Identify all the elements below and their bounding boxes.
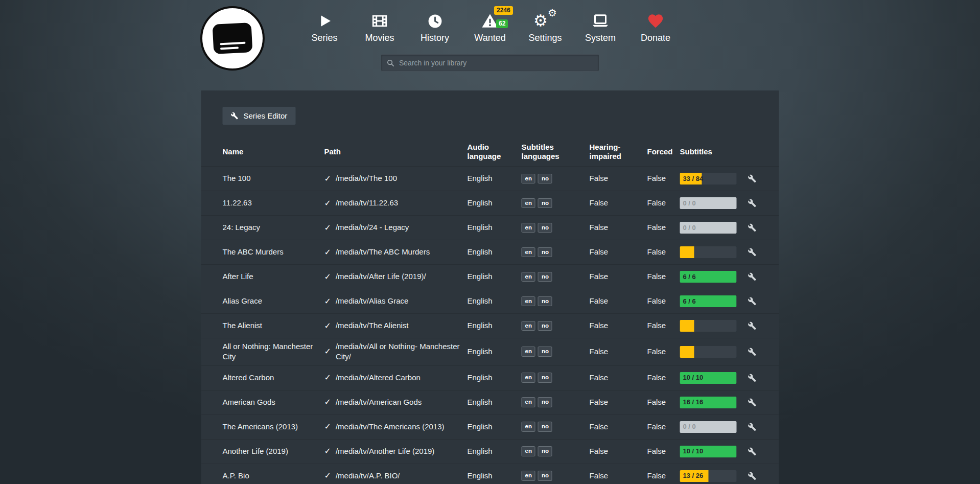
search-input[interactable]	[399, 55, 599, 71]
subtitles-progress-label: 16 / 16	[683, 398, 704, 407]
forced-value: False	[647, 468, 680, 484]
subtitles-progress-label: 13 / 26	[683, 471, 704, 480]
forced-value: False	[647, 195, 680, 211]
clock-icon	[427, 11, 443, 31]
audio-language: English	[468, 394, 522, 410]
check-icon: ✓	[324, 271, 331, 283]
audio-language: English	[468, 195, 522, 211]
subtitles-progress-label: 33 / 84	[683, 174, 704, 183]
row-actions	[748, 294, 761, 309]
search-box[interactable]	[381, 54, 599, 72]
edit-series-button[interactable]	[748, 248, 757, 257]
nav-item-donate[interactable]: Donate	[628, 11, 683, 43]
hearing-impaired-value: False	[590, 268, 647, 285]
series-name: The Alienist	[223, 317, 324, 334]
language-badge: no	[538, 422, 552, 432]
subtitles-progress-label: 0 / 0	[683, 223, 696, 233]
audio-language: English	[468, 419, 522, 435]
nav-item-movies[interactable]: Movies	[352, 11, 407, 43]
language-badge: no	[538, 373, 552, 383]
table-row: All or Nothing: Manchester City✓/media/t…	[201, 338, 779, 366]
series-editor-button[interactable]: Series Editor	[223, 107, 296, 125]
logo-subtitle-screen-icon	[213, 22, 253, 54]
hearing-impaired-value: False	[590, 443, 647, 459]
wrench-icon	[748, 447, 757, 456]
heart-icon	[647, 11, 664, 31]
series-name: Another Life (2019)	[223, 443, 324, 459]
audio-language: English	[468, 219, 522, 236]
check-icon: ✓	[324, 346, 331, 357]
nav-series-label: Series	[311, 33, 337, 43]
language-badge: en	[522, 347, 535, 357]
edit-series-button[interactable]	[748, 321, 757, 330]
wrench-icon	[231, 112, 239, 120]
col-header-subtitles: Subtitles	[680, 147, 748, 156]
edit-series-button[interactable]	[748, 447, 757, 456]
nav-donate-label: Donate	[641, 33, 670, 43]
subtitles-progress-cell: 10 / 10	[680, 443, 748, 460]
hearing-impaired-value: False	[590, 468, 647, 484]
language-badge: no	[538, 198, 552, 209]
wrench-icon	[748, 248, 757, 257]
series-name: American Gods	[223, 394, 324, 410]
subtitles-progress-cell: 0 / 0	[680, 194, 748, 212]
edit-series-button[interactable]	[748, 472, 757, 480]
edit-series-button[interactable]	[748, 199, 757, 208]
subtitles-progress-label: 6 / 6	[683, 297, 696, 306]
subtitles-languages: enno	[522, 171, 590, 187]
check-icon: ✓	[324, 296, 331, 307]
audio-language: English	[468, 170, 522, 187]
table-row: Altered Carbon✓/media/tv/Altered CarbonE…	[201, 366, 779, 390]
subtitles-languages: enno	[522, 443, 590, 459]
series-path: ✓/media/tv/All or Nothing- Manchester Ci…	[324, 338, 468, 365]
language-badge: no	[538, 446, 552, 456]
language-badge: no	[538, 174, 552, 184]
edit-series-button[interactable]	[748, 174, 757, 183]
subtitles-progress-label: 10 / 10	[683, 447, 704, 456]
nav-wanted-label: Wanted	[474, 33, 505, 43]
subtitles-progress-bar: 0 / 0	[680, 197, 737, 209]
forced-value: False	[647, 394, 680, 410]
edit-series-button[interactable]	[748, 297, 757, 306]
nav-item-wanted[interactable]: 2246 62 Wanted	[462, 11, 518, 43]
nav-item-system[interactable]: System	[573, 11, 628, 43]
col-header-name: Name	[223, 147, 324, 156]
edit-series-button[interactable]	[748, 423, 757, 431]
nav-item-history[interactable]: History	[407, 11, 462, 43]
nav-history-label: History	[421, 33, 449, 43]
forced-value: False	[647, 343, 680, 360]
subtitles-progress-label: 0 / 0	[683, 199, 696, 208]
series-path: ✓/media/tv/A.P. BIO/	[324, 467, 468, 484]
app-logo[interactable]	[200, 6, 265, 71]
edit-series-button[interactable]	[748, 398, 757, 407]
edit-series-button[interactable]	[748, 223, 757, 232]
subtitles-progress-bar: 0 / 0	[680, 421, 737, 433]
table-row: Alias Grace✓/media/tv/Alias GraceEnglish…	[201, 289, 779, 314]
nav-item-settings[interactable]: ⚙ ⚙ Settings	[518, 11, 573, 43]
check-icon: ✓	[324, 397, 331, 408]
search-icon	[386, 59, 395, 67]
series-name: The Americans (2013)	[223, 419, 324, 435]
wrench-icon	[748, 223, 757, 232]
check-icon: ✓	[324, 198, 331, 209]
hearing-impaired-value: False	[590, 343, 647, 360]
hearing-impaired-value: False	[590, 170, 647, 187]
table-row: After Life✓/media/tv/After Life (2019)/E…	[201, 265, 779, 289]
forced-value: False	[647, 268, 680, 285]
forced-value: False	[647, 219, 680, 236]
edit-series-button[interactable]	[748, 348, 757, 356]
check-icon: ✓	[324, 446, 331, 457]
edit-series-button[interactable]	[748, 374, 757, 382]
nav-settings-label: Settings	[528, 33, 562, 43]
table-row: The Americans (2013)✓/media/tv/The Ameri…	[201, 415, 779, 440]
hearing-impaired-value: False	[590, 317, 647, 334]
series-path: ✓/media/tv/After Life (2019)/	[324, 268, 468, 286]
series-name: All or Nothing: Manchester City	[223, 338, 324, 365]
table-row: The 100✓/media/tv/The 100EnglishennoFals…	[201, 167, 779, 191]
forced-value: False	[647, 443, 680, 459]
edit-series-button[interactable]	[748, 272, 757, 281]
audio-language: English	[468, 268, 522, 285]
subtitles-languages: enno	[522, 419, 590, 435]
nav-item-series[interactable]: Series	[297, 11, 352, 43]
table-row: Another Life (2019)✓/media/tv/Another Li…	[201, 440, 779, 464]
